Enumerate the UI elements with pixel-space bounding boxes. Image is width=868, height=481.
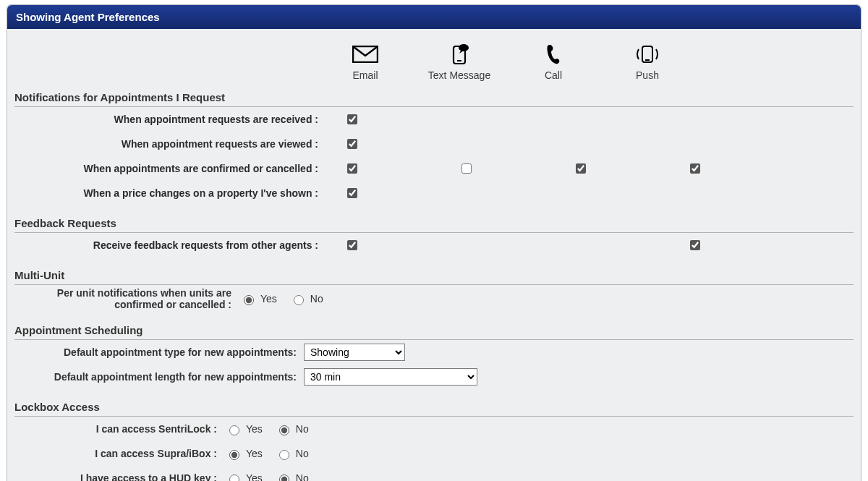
row-received-label: When appointment requests are received : [14,114,324,125]
row-price: When a price changes on a property I've … [14,181,854,205]
row-viewed-label: When appointment requests are viewed : [14,138,324,150]
sentri-label: I can access SentriLock : [14,423,226,435]
confirmed-push-checkbox[interactable] [690,163,700,174]
row-confirmed: When appointments are confirmed or cance… [14,156,854,181]
perunit-no-radio[interactable] [294,295,304,305]
section-scheduling-title: Appointment Scheduling [14,321,854,340]
col-call: Call [506,43,600,81]
row-appt-length: Default appointment length for new appoi… [14,365,854,389]
row-appt-type: Default appointment type for new appoint… [14,340,854,365]
col-email: Email [318,43,412,81]
viewed-email-checkbox[interactable] [347,139,357,149]
appt-type-select[interactable]: Showing [304,344,405,361]
row-confirmed-label: When appointments are confirmed or cance… [14,163,324,174]
supra-no-label: No [296,448,309,459]
feedback-push-checkbox[interactable] [690,240,700,250]
row-received: When appointment requests are received : [14,107,854,132]
row-perunit-label: Per unit notifications when units are co… [14,287,240,310]
perunit-label-line2: confirmed or cancelled : [114,299,231,310]
col-push-label: Push [600,69,694,81]
row-feedback-other: Receive feedback requests from other age… [14,233,854,257]
perunit-no-label: No [310,293,323,305]
sentri-no-radio[interactable] [279,425,289,435]
received-email-checkbox[interactable] [347,114,357,124]
section-lockbox-title: Lockbox Access [14,398,854,417]
perunit-yes-radio[interactable] [244,295,254,305]
supra-yes-radio[interactable] [229,450,239,460]
row-feedback-other-label: Receive feedback requests from other age… [14,239,324,251]
column-headers: Email Text Message Call Push [14,36,854,88]
svg-rect-2 [457,60,461,61]
col-call-label: Call [506,69,600,81]
panel-title: Showing Agent Preferences [7,5,861,29]
perunit-yes-label: Yes [260,293,277,305]
appt-length-select[interactable]: 30 min [304,368,477,386]
supra-yes-label: Yes [246,448,263,459]
supra-no-radio[interactable] [279,450,289,460]
section-multiunit-title: Multi-Unit [14,266,854,285]
price-email-checkbox[interactable] [347,188,357,198]
hud-no-radio[interactable] [279,474,289,482]
hud-no-label: No [296,472,309,481]
row-price-label: When a price changes on a property I've … [14,187,324,199]
section-feedback-title: Feedback Requests [14,214,854,233]
sentri-yes-radio[interactable] [229,425,239,435]
preferences-panel: Showing Agent Preferences Email Text Mes… [7,4,861,481]
sentri-no-label: No [296,423,309,435]
hud-label: I have access to a HUD key : [14,472,226,481]
feedback-email-checkbox[interactable] [347,240,357,250]
col-push: Push [600,43,694,81]
hud-yes-label: Yes [246,472,263,481]
row-supra: I can access Supra/iBox : Yes No [14,441,854,466]
confirmed-email-checkbox[interactable] [347,163,357,174]
appt-type-label: Default appointment type for new appoint… [14,346,304,358]
panel-body: Email Text Message Call Push [7,29,861,481]
col-text: Text Message [412,43,506,81]
svg-point-3 [459,44,469,51]
col-email-label: Email [318,69,412,81]
col-text-label: Text Message [412,69,506,81]
row-viewed: When appointment requests are viewed : [14,132,854,156]
confirmed-text-checkbox[interactable] [461,163,472,174]
svg-rect-5 [645,59,650,61]
row-perunit: Per unit notifications when units are co… [14,285,854,312]
email-icon [318,43,412,65]
row-hud: I have access to a HUD key : Yes No [14,466,854,481]
supra-label: I can access Supra/iBox : [14,448,226,459]
push-icon [600,43,694,65]
hud-yes-radio[interactable] [229,474,239,482]
section-notifications-title: Notifications for Appointments I Request [14,88,854,107]
appt-length-label: Default appointment length for new appoi… [14,371,304,383]
perunit-label-line1: Per unit notifications when units are [57,287,231,299]
call-icon [506,43,600,65]
confirmed-call-checkbox[interactable] [576,163,586,174]
row-sentri: I can access SentriLock : Yes No [14,417,854,441]
sentri-yes-label: Yes [246,423,263,435]
text-message-icon [412,43,506,65]
